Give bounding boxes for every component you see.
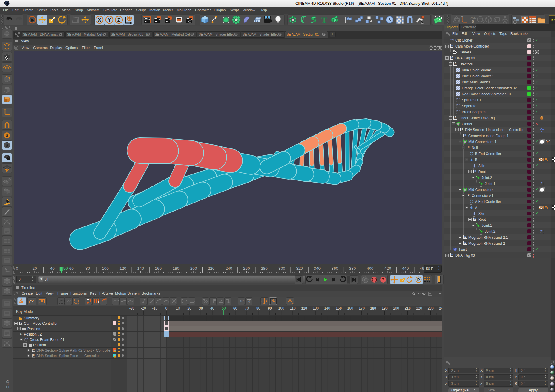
svg-text:0: 0 [16,266,18,271]
svg-text:20: 20 [187,306,191,310]
svg-text:0: 0 [464,241,466,244]
svg-text:120: 120 [301,306,307,310]
svg-text:160: 160 [347,306,353,310]
svg-text:0: 0 [455,62,456,65]
svg-text:0: 0 [451,56,453,59]
svg-text:0: 0 [451,253,453,256]
svg-text:40: 40 [50,266,55,271]
svg-text:170: 170 [359,306,365,310]
svg-text:0: 0 [464,235,466,238]
svg-text:0: 0 [455,116,456,119]
svg-text:80: 80 [85,266,90,271]
svg-text:20: 20 [33,266,37,271]
svg-text:60: 60 [233,306,237,310]
svg-text:140: 140 [137,266,144,271]
svg-text:R: R [543,232,544,234]
svg-text:190: 190 [382,306,388,310]
svg-text:220: 220 [208,266,215,271]
svg-text:120: 120 [119,266,126,271]
svg-text:0: 0 [468,193,469,196]
svg-text:?: ? [382,277,385,282]
svg-text:420: 420 [384,266,391,271]
svg-text:0: 0 [474,217,476,220]
svg-text:230: 230 [428,306,434,310]
svg-text:150: 150 [336,306,342,310]
svg-text:180: 180 [370,306,376,310]
svg-text:240: 240 [439,306,442,310]
svg-text:Y: Y [108,17,111,23]
svg-text:80: 80 [256,306,260,310]
svg-text:70: 70 [245,306,249,310]
svg-text:Art: Art [551,18,555,22]
svg-text:440: 440 [402,266,409,271]
svg-text:R: R [543,185,544,186]
svg-text:240: 240 [226,266,232,271]
svg-text:380: 380 [349,266,356,271]
svg-text:360: 360 [332,266,338,271]
svg-text:10°: 10° [240,300,244,303]
svg-text:0: 0 [468,146,469,148]
svg-text:200: 200 [393,306,399,310]
svg-text:60: 60 [69,266,74,271]
svg-text:S: S [5,143,8,148]
svg-text:280: 280 [261,266,268,271]
svg-text:180: 180 [173,266,180,271]
svg-text:T: T [321,16,326,24]
svg-text:0: 0 [451,44,453,47]
svg-text:0: 0 [165,306,168,310]
svg-text:160: 160 [155,266,162,271]
svg-text:-10: -10 [152,306,158,310]
svg-text:Z: Z [117,17,120,23]
svg-text:0: 0 [21,321,22,324]
svg-text:340: 340 [314,266,321,271]
svg-text:130: 130 [313,306,319,310]
svg-text:0: 0 [472,19,474,24]
svg-text:S: S [5,133,8,138]
svg-text:220: 220 [416,306,422,310]
svg-text:X: X [98,17,101,23]
svg-text:40: 40 [210,306,214,310]
svg-text:260: 260 [243,266,250,271]
svg-text:100: 100 [278,306,284,310]
svg-text:200: 200 [190,266,197,271]
svg-text:50: 50 [63,266,68,271]
svg-text:100: 100 [102,266,109,271]
svg-text:140: 140 [324,306,330,310]
svg-text:300: 300 [278,266,285,271]
svg-text:400: 400 [367,266,374,271]
svg-text:0: 0 [33,353,35,356]
svg-text:-30: -30 [129,306,135,310]
svg-text:0: 0 [464,134,466,137]
svg-text:-20: -20 [141,306,146,310]
svg-text:50: 50 [222,306,226,310]
svg-text:90: 90 [268,306,272,310]
svg-text:0: 0 [474,169,476,172]
svg-text:210: 210 [405,306,411,310]
svg-text:320: 320 [296,266,303,271]
svg-text:10: 10 [176,306,180,310]
svg-text:0: 0 [461,128,463,131]
svg-text:30: 30 [199,306,203,310]
svg-text:110: 110 [290,306,296,310]
svg-text:0: 0 [33,348,35,351]
svg-text:P: P [417,278,420,282]
